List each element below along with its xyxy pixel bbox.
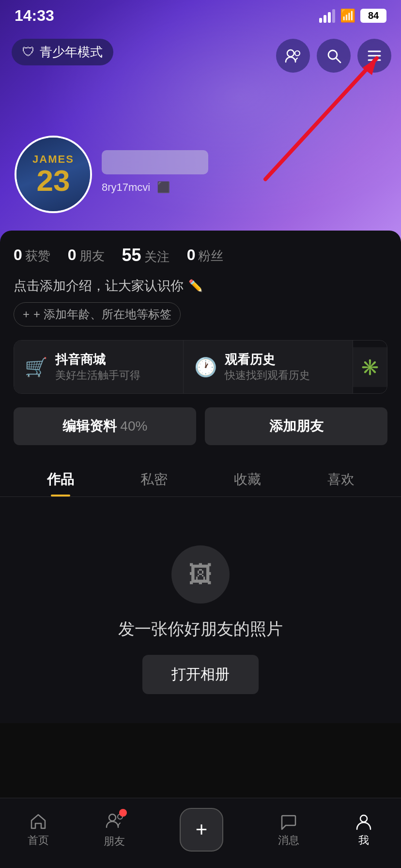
shop-icon: 🛒 [25, 356, 47, 378]
bio-edit-icon: ✏️ [188, 279, 203, 293]
svg-point-0 [287, 50, 294, 57]
action-buttons: 编辑资料 40% 添加朋友 [14, 407, 387, 445]
tab-works[interactable]: 作品 [14, 461, 107, 496]
more-star-icon: ✳️ [360, 358, 380, 376]
profile-body: 0 获赞 0 朋友 55 关注 0 粉丝 点击添加介绍，让大家认识你 ✏️ + … [0, 231, 401, 723]
edit-profile-label: 编辑资料 [62, 418, 117, 434]
stats-row: 0 获赞 0 朋友 55 关注 0 粉丝 [14, 245, 387, 265]
quick-link-shop[interactable]: 🛒 抖音商城 美好生活触手可得 [14, 341, 184, 393]
nav-create[interactable]: + [180, 808, 223, 852]
tags-plus-icon: + [23, 308, 30, 321]
status-icons: 📶 84 [319, 8, 386, 23]
friends-notification-dot [119, 809, 127, 817]
svg-point-1 [295, 51, 300, 56]
jersey-number: 23 [37, 166, 70, 196]
youth-mode-badge[interactable]: 🛡 青少年模式 [12, 39, 113, 65]
add-friend-button[interactable]: 添加朋友 [205, 407, 387, 445]
profile-avatar: JAMES 23 [15, 136, 92, 213]
profile-tags[interactable]: + + 添加年龄、所在地等标签 [14, 302, 181, 326]
profile-header: 🛡 青少年模式 [0, 0, 401, 242]
tab-likes[interactable]: 喜欢 [294, 461, 387, 496]
nav-home[interactable]: 首页 [28, 812, 49, 848]
nav-home-label: 首页 [28, 833, 49, 848]
history-subtitle: 快速找到观看历史 [225, 368, 310, 383]
wifi-icon: 📶 [340, 8, 355, 23]
history-text: 观看历史 快速找到观看历史 [225, 351, 310, 383]
shop-title: 抖音商城 [55, 351, 140, 368]
stat-fans: 0 粉丝 [187, 246, 224, 264]
signal-icon [319, 9, 335, 23]
svg-point-9 [109, 814, 116, 821]
profile-id: 8ry17mcvi ⬛ [102, 181, 170, 193]
blurred-username [102, 150, 208, 174]
profile-avatar-wrap: JAMES 23 [15, 136, 92, 213]
menu-button[interactable] [357, 39, 391, 73]
stat-likes: 0 获赞 [14, 246, 50, 264]
tags-placeholder: + 添加年龄、所在地等标签 [33, 307, 171, 322]
open-album-label: 打开相册 [171, 666, 230, 682]
fans-label: 粉丝 [198, 248, 223, 264]
stat-friends: 0 朋友 [68, 246, 105, 264]
battery-icon: 84 [360, 9, 386, 23]
open-album-button[interactable]: 打开相册 [142, 655, 259, 694]
photo-placeholder-icon: 🖼 [188, 560, 213, 589]
create-button[interactable]: + [180, 808, 223, 852]
content-empty: 🖼 发一张你好朋友的照片 打开相册 [14, 497, 387, 723]
quick-links-row: 🛒 抖音商城 美好生活触手可得 🕐 观看历史 快速找到观看历史 ✳️ [14, 340, 387, 394]
youth-mode-label: 青少年模式 [40, 44, 103, 61]
tabs-row: 作品 私密 收藏 喜欢 [0, 461, 401, 497]
header-icons [276, 39, 391, 73]
empty-text: 发一张你好朋友的照片 [118, 618, 283, 640]
youth-shield-icon: 🛡 [22, 45, 35, 60]
search-button[interactable] [317, 39, 351, 73]
status-bar: 14:33 📶 84 [0, 0, 401, 29]
tab-favorites[interactable]: 收藏 [200, 461, 294, 496]
shop-subtitle: 美好生活触手可得 [55, 368, 140, 383]
svg-point-11 [360, 815, 367, 822]
fans-count: 0 [187, 246, 196, 264]
bio-text: 点击添加介绍，让大家认识你 [14, 277, 184, 294]
stat-following[interactable]: 55 关注 [122, 245, 170, 265]
following-count: 55 [122, 245, 141, 265]
nav-messages[interactable]: 消息 [278, 812, 299, 848]
friends-label: 朋友 [79, 248, 105, 264]
empty-icon-circle: 🖼 [171, 545, 230, 604]
tab-private[interactable]: 私密 [107, 461, 200, 496]
quick-link-more[interactable]: ✳️ [353, 347, 387, 387]
nav-messages-label: 消息 [278, 833, 299, 848]
add-friend-label: 添加朋友 [269, 418, 324, 434]
edit-progress: 40% [120, 418, 147, 434]
nav-profile[interactable]: 我 [354, 812, 373, 848]
nav-profile-label: 我 [358, 833, 369, 848]
friends-count: 0 [68, 246, 77, 264]
shop-text: 抖音商城 美好生活触手可得 [55, 351, 140, 383]
profile-bio[interactable]: 点击添加介绍，让大家认识你 ✏️ [14, 277, 387, 294]
nav-friends-label: 朋友 [104, 834, 125, 849]
svg-line-3 [336, 58, 340, 62]
likes-count: 0 [14, 246, 22, 264]
profile-name-area: 8ry17mcvi ⬛ [102, 150, 362, 194]
edit-profile-button[interactable]: 编辑资料 40% [14, 407, 196, 445]
history-title: 观看历史 [225, 351, 310, 368]
status-time: 14:33 [15, 7, 54, 25]
quick-link-history[interactable]: 🕐 观看历史 快速找到观看历史 [184, 341, 353, 393]
likes-label: 获赞 [25, 248, 50, 264]
following-label: 关注 [144, 248, 170, 265]
bottom-nav: 首页 朋友 + 消息 我 [0, 798, 401, 868]
history-icon: 🕐 [194, 356, 217, 378]
nav-friends[interactable]: 朋友 [104, 811, 125, 849]
friends-button[interactable] [276, 39, 310, 73]
